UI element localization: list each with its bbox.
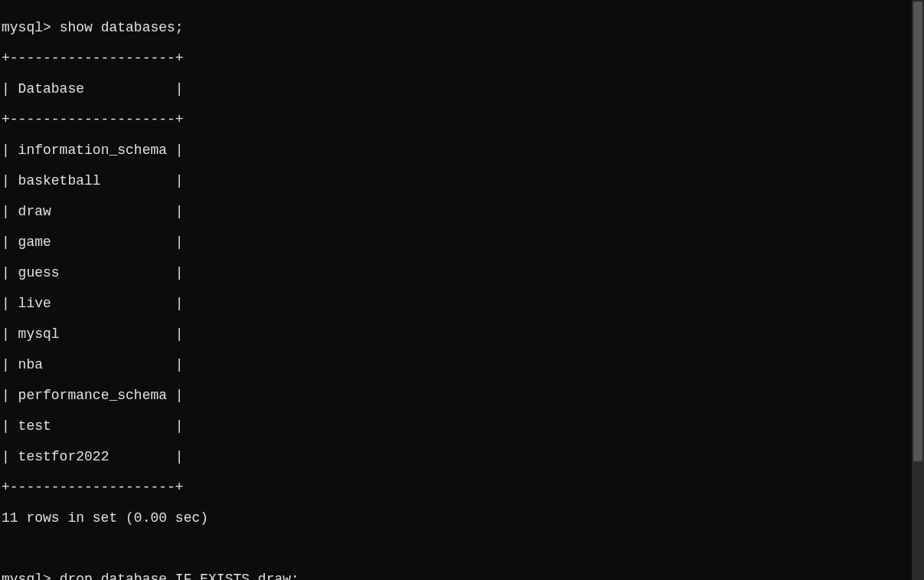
table-row: | testfor2022 |: [2, 449, 924, 464]
table-border: +--------------------+: [2, 480, 924, 495]
table-row: | guess |: [2, 265, 924, 280]
table-row: | mysql |: [2, 326, 924, 342]
table-row: | information_schema |: [2, 143, 924, 158]
blank-line: [2, 541, 924, 556]
table-border: +--------------------+: [2, 51, 924, 66]
table-header: Database: [18, 81, 84, 97]
command-text: drop database IF EXISTS draw;: [60, 572, 299, 580]
result-footer: 11 rows in set (0.00 sec): [2, 510, 924, 526]
command-text: show databases;: [60, 20, 184, 35]
prompt: mysql>: [2, 20, 51, 35]
vertical-scrollbar[interactable]: [912, 0, 924, 580]
scrollbar-thumb[interactable]: [913, 2, 922, 461]
table-row: | performance_schema |: [2, 388, 924, 403]
mysql-terminal[interactable]: mysql> show databases; +----------------…: [0, 0, 924, 580]
command-line: mysql> show databases;: [2, 20, 924, 35]
table-row: | game |: [2, 234, 924, 250]
table-border: +--------------------+: [2, 112, 924, 127]
command-line: mysql> drop database IF EXISTS draw;: [2, 572, 924, 580]
table-row: | draw |: [2, 204, 924, 219]
table-row: | basketball |: [2, 173, 924, 188]
prompt: mysql>: [2, 572, 51, 580]
table-row: | live |: [2, 296, 924, 311]
table-header-row: | Database |: [2, 81, 924, 97]
table-row: | nba |: [2, 357, 924, 372]
table-row: | test |: [2, 418, 924, 434]
